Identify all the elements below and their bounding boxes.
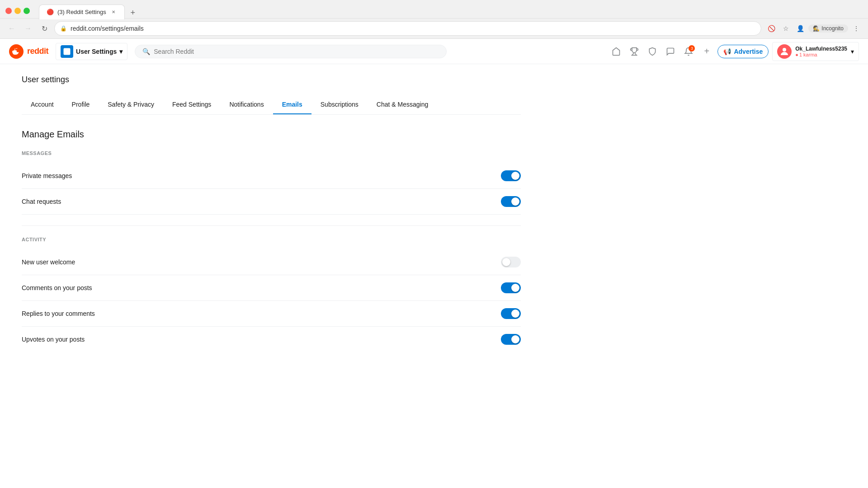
toggle-replies-to-comments[interactable] xyxy=(501,308,521,319)
settings-tabs: AccountProfileSafety & PrivacyFeed Setti… xyxy=(22,95,521,115)
maximize-window-button[interactable] xyxy=(24,8,30,14)
toggle-chat-requests[interactable] xyxy=(501,196,521,207)
home-icon-btn[interactable] xyxy=(609,44,623,59)
hide-icon[interactable]: 🚫 xyxy=(765,22,778,35)
profile-icon[interactable]: 👤 xyxy=(794,22,807,35)
toggle-slider-private-messages xyxy=(501,170,521,181)
setting-label-upvotes-on-posts: Upvotes on your posts xyxy=(22,336,85,343)
setting-row-new-user-welcome: New user welcome xyxy=(22,249,521,275)
toggle-comments-on-posts[interactable] xyxy=(501,282,521,293)
user-profile-button[interactable]: Ok_Lawfulness5235 ● 1 karma ▾ xyxy=(772,42,859,61)
user-settings-avatar xyxy=(61,45,73,58)
new-tab-button[interactable]: + xyxy=(127,7,139,19)
user-settings-label: User Settings xyxy=(76,48,117,55)
back-button[interactable]: ← xyxy=(5,22,18,35)
advertise-button[interactable]: 📢 Advertise xyxy=(717,45,769,58)
bookmark-icon[interactable]: ☆ xyxy=(779,22,792,35)
toggle-knob-comments-on-posts xyxy=(511,284,519,292)
toolbar-actions: 🚫 ☆ 👤 🕵 Incognito ⋮ xyxy=(765,22,863,35)
browser-chrome: 🔴 (3) Reddit Settings ✕ + ← → ↻ 🔒 🚫 ☆ 👤 … xyxy=(0,0,868,39)
reddit-logo[interactable]: reddit xyxy=(9,44,48,59)
incognito-label: Incognito xyxy=(821,25,844,32)
toggle-new-user-welcome[interactable] xyxy=(501,257,521,267)
settings-sections: MESSAGESPrivate messagesChat requestsACT… xyxy=(22,150,521,352)
setting-row-comments-on-posts: Comments on your posts xyxy=(22,275,521,301)
browser-toolbar: ← → ↻ 🔒 🚫 ☆ 👤 🕵 Incognito ⋮ xyxy=(0,18,868,38)
setting-label-replies-to-comments: Replies to your comments xyxy=(22,310,95,317)
setting-row-replies-to-comments: Replies to your comments xyxy=(22,301,521,327)
user-settings-dropdown[interactable]: User Settings ▾ xyxy=(56,43,127,60)
close-tab-button[interactable]: ✕ xyxy=(110,9,117,16)
section-label-messages: MESSAGES xyxy=(22,150,521,156)
karma-count: 1 karma xyxy=(799,52,817,57)
close-window-button[interactable] xyxy=(5,8,12,14)
section-messages: MESSAGESPrivate messagesChat requests xyxy=(22,150,521,226)
minimize-window-button[interactable] xyxy=(14,8,21,14)
header-icons: 3 + 📢 Advertise Ok_Lawfulness5235 ● 1 ka… xyxy=(609,42,859,61)
active-tab[interactable]: 🔴 (3) Reddit Settings ✕ xyxy=(39,5,125,19)
search-icon: 🔍 xyxy=(142,48,150,55)
window-controls xyxy=(5,8,30,14)
reddit-logo-text: reddit xyxy=(27,47,48,56)
section-divider-0 xyxy=(22,225,521,226)
incognito-badge[interactable]: 🕵 Incognito xyxy=(808,24,848,33)
user-info: Ok_Lawfulness5235 ● 1 karma xyxy=(795,46,847,57)
menu-icon[interactable]: ⋮ xyxy=(850,22,863,35)
toggle-knob-new-user-welcome xyxy=(502,258,510,266)
trophy-icon-btn[interactable] xyxy=(627,44,642,59)
manage-title: Manage Emails xyxy=(22,129,521,140)
search-bar: 🔍 xyxy=(135,45,447,58)
svg-point-2 xyxy=(783,48,786,52)
shield-icon-btn[interactable] xyxy=(645,44,660,59)
tab-subscriptions[interactable]: Subscriptions xyxy=(311,95,368,114)
tab-feed[interactable]: Feed Settings xyxy=(163,95,220,114)
setting-label-comments-on-posts: Comments on your posts xyxy=(22,284,92,291)
tab-notifications[interactable]: Notifications xyxy=(220,95,273,114)
toggle-upvotes-on-posts[interactable] xyxy=(501,334,521,345)
chat-icon-btn[interactable] xyxy=(663,44,678,59)
tab-safety[interactable]: Safety & Privacy xyxy=(99,95,163,114)
toggle-slider-comments-on-posts xyxy=(501,282,521,293)
username: Ok_Lawfulness5235 xyxy=(795,46,847,52)
user-karma: ● 1 karma xyxy=(795,52,847,57)
svg-rect-1 xyxy=(64,48,71,55)
tab-bar: 🔴 (3) Reddit Settings ✕ + xyxy=(33,5,145,19)
user-avatar xyxy=(777,44,792,59)
setting-label-private-messages: Private messages xyxy=(22,172,72,179)
notification-count: 3 xyxy=(689,45,695,52)
page-content: User settings AccountProfileSafety & Pri… xyxy=(0,64,542,363)
tab-account[interactable]: Account xyxy=(22,95,63,114)
setting-label-chat-requests: Chat requests xyxy=(22,198,61,205)
tab-favicon: 🔴 xyxy=(47,9,54,16)
toggle-slider-new-user-welcome xyxy=(501,257,521,267)
toggle-private-messages[interactable] xyxy=(501,170,521,181)
forward-button[interactable]: → xyxy=(22,22,34,35)
toggle-slider-upvotes-on-posts xyxy=(501,334,521,345)
address-input[interactable] xyxy=(71,25,755,32)
karma-icon: ● xyxy=(795,52,798,57)
reddit-header: reddit User Settings ▾ 🔍 3 + 📢 Adv xyxy=(0,39,868,64)
tab-emails[interactable]: Emails xyxy=(273,95,311,114)
add-post-btn[interactable]: + xyxy=(699,44,714,59)
setting-row-upvotes-on-posts: Upvotes on your posts xyxy=(22,327,521,352)
tab-title: (3) Reddit Settings xyxy=(57,9,106,15)
toggle-knob-replies-to-comments xyxy=(511,310,519,318)
profile-chevron: ▾ xyxy=(851,48,854,55)
toggle-knob-private-messages xyxy=(511,172,519,180)
setting-row-private-messages: Private messages xyxy=(22,163,521,189)
tab-chat[interactable]: Chat & Messaging xyxy=(368,95,437,114)
setting-label-new-user-welcome: New user welcome xyxy=(22,258,75,266)
toggle-knob-chat-requests xyxy=(511,197,519,206)
reload-button[interactable]: ↻ xyxy=(38,22,51,35)
toggle-slider-replies-to-comments xyxy=(501,308,521,319)
page-title: User settings xyxy=(22,75,521,84)
address-bar: 🔒 xyxy=(54,21,761,36)
browser-titlebar: 🔴 (3) Reddit Settings ✕ + xyxy=(0,0,868,18)
advertise-icon: 📢 xyxy=(723,48,731,55)
section-label-activity: ACTIVITY xyxy=(22,237,521,242)
tab-profile[interactable]: Profile xyxy=(63,95,99,114)
notifications-icon-btn[interactable]: 3 xyxy=(681,44,696,59)
search-input[interactable] xyxy=(154,48,439,55)
lock-icon: 🔒 xyxy=(60,25,67,32)
setting-row-chat-requests: Chat requests xyxy=(22,189,521,215)
